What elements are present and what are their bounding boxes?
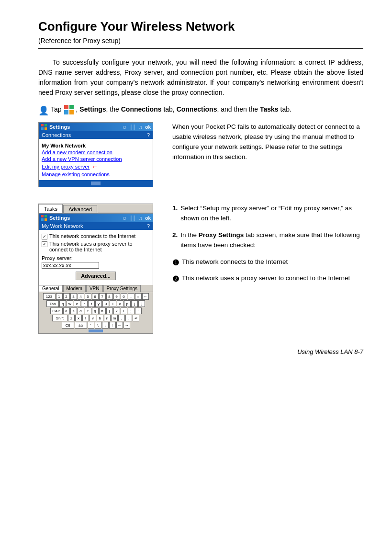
- kb-key-lbr[interactable]: [: [131, 300, 138, 307]
- kb-key-2[interactable]: 2: [63, 293, 70, 300]
- kb-key-b[interactable]: b: [97, 315, 103, 321]
- kb-key-9[interactable]: 9: [113, 293, 120, 300]
- win1-body: My Work Network Add a new modem connecti…: [39, 139, 153, 180]
- kb-key-0[interactable]: 0: [121, 293, 127, 300]
- kb-key-equal[interactable]: =: [135, 293, 142, 300]
- kb-key-up[interactable]: ↑: [109, 322, 116, 329]
- win1-section-header: Connections ?: [39, 131, 153, 139]
- bottom-tab-general[interactable]: General: [39, 285, 63, 292]
- kb-key-q[interactable]: q: [59, 300, 66, 307]
- kb-key-5[interactable]: 5: [85, 293, 91, 300]
- proxy-input[interactable]: [42, 262, 99, 269]
- kb-key-t2[interactable]: t: [82, 315, 89, 321]
- win1-link1[interactable]: Add a new modem connection: [42, 149, 150, 155]
- kb-key-h[interactable]: h: [99, 307, 106, 314]
- win1-signal-icon: ││: [130, 125, 136, 130]
- intro-paragraph: To successfully configure your network, …: [38, 57, 363, 98]
- kb-key-shift[interactable]: Shift: [52, 315, 67, 321]
- kb-key-o[interactable]: o: [117, 300, 123, 307]
- kb-key-123[interactable]: 123: [43, 293, 56, 300]
- win2-titlebar: Settings ☺ ││ ♫ ok: [39, 214, 153, 222]
- svg-rect-10: [41, 218, 44, 221]
- win2-section-header: My Work Network ?: [39, 222, 153, 230]
- win2-help-icon[interactable]: ?: [147, 223, 150, 229]
- kb-key-backspace[interactable]: ←: [142, 293, 149, 300]
- kb-key-dot[interactable]: .: [125, 315, 132, 321]
- kb-key-p[interactable]: p: [124, 300, 131, 307]
- win1-help-icon[interactable]: ?: [147, 132, 150, 138]
- kb-key-e[interactable]: e: [74, 300, 80, 307]
- kb-key-i[interactable]: i: [110, 300, 116, 307]
- svg-rect-11: [45, 218, 47, 221]
- kb-key-1[interactable]: 1: [56, 293, 63, 300]
- kb-key-g[interactable]: g: [92, 307, 99, 314]
- kb-key-quote[interactable]: ': [135, 307, 142, 314]
- kb-key-4[interactable]: 4: [78, 293, 84, 300]
- win2-signal-icon: ││: [130, 216, 136, 221]
- win2-tab-bar: Tasks Advanced: [39, 204, 153, 214]
- kb-key-s[interactable]: s: [70, 307, 77, 314]
- kb-key-w[interactable]: w: [67, 300, 73, 307]
- advanced-button[interactable]: Advanced...: [76, 272, 116, 280]
- win1-link4[interactable]: Manage existing connections: [42, 171, 150, 177]
- kb-key-t[interactable]: t: [88, 300, 95, 307]
- kb-key-u[interactable]: u: [102, 300, 109, 307]
- keyboard: 123 1 2 3 4 5 6 7 8 9 0 - = ← Tab: [39, 292, 153, 333]
- kb-key-j[interactable]: j: [106, 307, 113, 314]
- tab-tasks[interactable]: Tasks: [39, 204, 63, 213]
- kb-key-7[interactable]: 7: [99, 293, 106, 300]
- kb-key-tab[interactable]: Tab: [46, 300, 59, 307]
- kb-key-n[interactable]: n: [104, 315, 111, 321]
- kb-key-d[interactable]: d: [78, 307, 84, 314]
- svg-rect-4: [41, 124, 44, 126]
- kb-key-x[interactable]: x: [75, 315, 82, 321]
- checkbox-2[interactable]: ✓: [42, 241, 47, 247]
- kb-row-1: 123 1 2 3 4 5 6 7 8 9 0 - = ←: [40, 293, 152, 300]
- kb-key-backtick[interactable]: `: [88, 322, 94, 329]
- title-divider: [38, 48, 363, 49]
- settings-window-1: Settings ☺ ││ ♫ ok Connections ? My Work…: [38, 122, 153, 187]
- kb-key-m[interactable]: m: [111, 315, 118, 321]
- kb-key-3[interactable]: 3: [70, 293, 77, 300]
- kb-key-y[interactable]: y: [95, 300, 102, 307]
- kb-key-r[interactable]: r: [81, 300, 88, 307]
- kb-key-right[interactable]: →: [123, 322, 130, 329]
- kb-key-l[interactable]: l: [121, 307, 127, 314]
- win1-link3[interactable]: Edit my proxy server: [42, 164, 90, 170]
- kb-key-minus[interactable]: -: [128, 293, 134, 300]
- kb-key-8[interactable]: 8: [106, 293, 113, 300]
- win1-ok-icon[interactable]: ok: [145, 125, 151, 130]
- kb-key-cap[interactable]: CAP: [50, 307, 63, 314]
- win2-bottom-tabs: General Modem VPN Proxy Settings: [39, 285, 153, 292]
- kb-key-backslash[interactable]: \: [95, 322, 101, 329]
- kb-key-left[interactable]: ←: [116, 322, 123, 329]
- kb-key-ctl[interactable]: Ctl: [62, 322, 74, 329]
- step-tap-label: Tap: [51, 104, 62, 114]
- kb-key-auu[interactable]: áü: [75, 322, 87, 329]
- kb-key-f[interactable]: f: [85, 307, 91, 314]
- kb-key-6[interactable]: 6: [92, 293, 99, 300]
- checkbox-1[interactable]: ✓: [42, 234, 47, 239]
- svg-rect-9: [45, 215, 47, 217]
- svg-rect-1: [69, 105, 74, 109]
- bottom-tab-vpn[interactable]: VPN: [86, 285, 103, 292]
- bottom-tab-modem[interactable]: Modem: [63, 285, 86, 292]
- num-item-2: 2. In the Proxy Settings tab screen, mak…: [172, 230, 363, 250]
- kb-key-k[interactable]: k: [113, 307, 120, 314]
- num-item-1: 1. Select “Setup my proxy server” or “Ed…: [172, 204, 363, 224]
- kb-key-comma[interactable]: ,: [118, 315, 125, 321]
- win2-ok-icon[interactable]: ok: [145, 216, 151, 221]
- kb-key-a[interactable]: a: [63, 307, 70, 314]
- svg-rect-5: [45, 124, 47, 126]
- tab-advanced[interactable]: Advanced: [63, 205, 97, 213]
- kb-key-v[interactable]: v: [90, 315, 96, 321]
- kb-key-z[interactable]: z: [68, 315, 75, 321]
- kb-key-enter[interactable]: ↵: [133, 315, 139, 321]
- bottom-tab-proxy[interactable]: Proxy Settings: [103, 285, 141, 292]
- bullet-item-1: ❶ This network connects to the Internet: [172, 257, 363, 269]
- kb-key-down[interactable]: ↓: [102, 322, 109, 329]
- kb-key-rbr[interactable]: ]: [138, 300, 145, 307]
- win1-link2[interactable]: Add a new VPN server connection: [42, 156, 150, 162]
- kb-key-semi[interactable]: ;: [128, 307, 134, 314]
- bullet-item-2: ❷ This network uses a proxy server to co…: [172, 273, 363, 285]
